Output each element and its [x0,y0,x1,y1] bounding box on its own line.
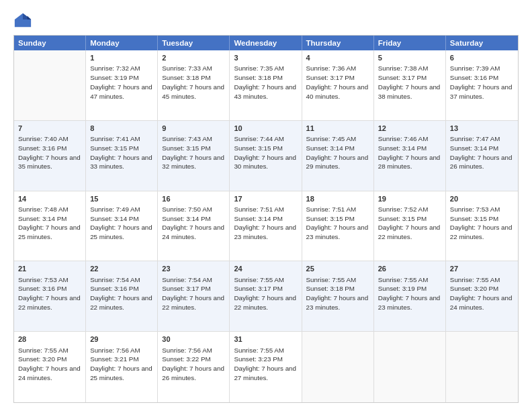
day-number: 21 [18,264,81,274]
weekday-header-friday: Friday [374,36,446,50]
weekday-header-saturday: Saturday [446,36,518,50]
sunset-text: Sunset: 3:15 PM [450,215,498,222]
calendar-cell-r2-c3: 17Sunrise: 7:51 AMSunset: 3:14 PMDayligh… [230,191,302,261]
day-number: 24 [234,264,297,274]
sunset-text: Sunset: 3:14 PM [90,215,138,222]
sunrise-text: Sunrise: 7:46 AM [378,135,429,142]
calendar-cell-r4-c4 [302,332,374,402]
sunrise-text: Sunrise: 7:54 AM [162,276,212,283]
calendar-cell-r4-c0: 28Sunrise: 7:55 AMSunset: 3:20 PMDayligh… [14,332,86,402]
daylight-text: Daylight: 7 hours and 26 minutes. [162,365,224,381]
daylight-text: Daylight: 7 hours and 37 minutes. [450,83,513,100]
sunset-text: Sunset: 3:16 PM [18,285,66,292]
sunset-text: Sunset: 3:15 PM [162,144,210,152]
sunset-text: Sunset: 3:15 PM [378,215,427,222]
sunset-text: Sunset: 3:19 PM [90,74,138,81]
sunrise-text: Sunrise: 7:51 AM [306,205,357,213]
calendar-cell-r3-c5: 26Sunrise: 7:55 AMSunset: 3:19 PMDayligh… [374,261,446,331]
sunrise-text: Sunrise: 7:38 AM [378,64,429,72]
daylight-text: Daylight: 7 hours and 30 minutes. [234,154,296,171]
sunset-text: Sunset: 3:20 PM [18,355,66,363]
calendar-cell-r4-c6 [446,332,518,402]
day-number: 8 [90,124,153,134]
daylight-text: Daylight: 7 hours and 22 minutes. [450,224,513,240]
calendar-cell-r2-c0: 14Sunrise: 7:48 AMSunset: 3:14 PMDayligh… [14,191,86,261]
calendar-header: SundayMondayTuesdayWednesdayThursdayFrid… [14,36,518,50]
sunset-text: Sunset: 3:14 PM [18,215,66,222]
calendar-row-4: 28Sunrise: 7:55 AMSunset: 3:20 PMDayligh… [14,332,518,402]
calendar-row-0: 1Sunrise: 7:32 AMSunset: 3:19 PMDaylight… [14,50,518,121]
day-number: 14 [18,194,81,204]
day-number: 7 [18,124,81,134]
calendar-cell-r2-c2: 16Sunrise: 7:50 AMSunset: 3:14 PMDayligh… [158,191,230,261]
day-number: 9 [162,124,225,134]
daylight-text: Daylight: 7 hours and 23 minutes. [378,294,441,311]
daylight-text: Daylight: 7 hours and 28 minutes. [378,154,441,171]
sunrise-text: Sunrise: 7:55 AM [234,276,284,283]
sunset-text: Sunset: 3:20 PM [450,285,498,292]
calendar-cell-r4-c2: 30Sunrise: 7:56 AMSunset: 3:22 PMDayligh… [158,332,230,402]
daylight-text: Daylight: 7 hours and 45 minutes. [162,83,224,100]
day-number: 23 [162,264,225,274]
sunset-text: Sunset: 3:15 PM [306,215,355,222]
sunrise-text: Sunrise: 7:47 AM [450,135,500,142]
day-number: 31 [234,334,297,345]
sunset-text: Sunset: 3:14 PM [450,144,498,152]
day-number: 26 [378,264,441,274]
calendar-cell-r3-c1: 22Sunrise: 7:54 AMSunset: 3:16 PMDayligh… [86,261,158,331]
sunrise-text: Sunrise: 7:36 AM [306,64,357,72]
calendar-cell-r1-c3: 10Sunrise: 7:44 AMSunset: 3:15 PMDayligh… [230,121,302,191]
sunrise-text: Sunrise: 7:45 AM [306,135,357,142]
day-number: 3 [234,53,297,63]
calendar-cell-r2-c4: 18Sunrise: 7:51 AMSunset: 3:15 PMDayligh… [302,191,374,261]
calendar-row-2: 14Sunrise: 7:48 AMSunset: 3:14 PMDayligh… [14,191,518,262]
day-number: 28 [18,334,81,345]
calendar-cell-r1-c2: 9Sunrise: 7:43 AMSunset: 3:15 PMDaylight… [158,121,230,191]
daylight-text: Daylight: 7 hours and 25 minutes. [90,365,152,381]
daylight-text: Daylight: 7 hours and 24 minutes. [450,294,513,311]
daylight-text: Daylight: 7 hours and 26 minutes. [450,154,513,171]
day-number: 2 [162,53,225,63]
day-number: 1 [90,53,153,63]
weekday-header-wednesday: Wednesday [230,36,302,50]
sunrise-text: Sunrise: 7:54 AM [90,276,140,283]
sunrise-text: Sunrise: 7:32 AM [90,64,140,72]
sunrise-text: Sunrise: 7:55 AM [450,276,500,283]
sunrise-text: Sunrise: 7:49 AM [90,205,140,213]
day-number: 16 [162,194,225,204]
weekday-header-monday: Monday [86,36,158,50]
sunrise-text: Sunrise: 7:44 AM [234,135,284,142]
calendar: SundayMondayTuesdayWednesdayThursdayFrid… [13,35,519,403]
daylight-text: Daylight: 7 hours and 33 minutes. [90,154,152,171]
day-number: 25 [306,264,369,274]
sunset-text: Sunset: 3:17 PM [234,285,282,292]
sunrise-text: Sunrise: 7:39 AM [450,64,500,72]
sunrise-text: Sunrise: 7:48 AM [18,205,69,213]
day-number: 6 [450,53,514,63]
day-number: 11 [306,124,369,134]
daylight-text: Daylight: 7 hours and 35 minutes. [18,154,81,171]
calendar-row-1: 7Sunrise: 7:40 AMSunset: 3:16 PMDaylight… [14,121,518,191]
calendar-body: 1Sunrise: 7:32 AMSunset: 3:19 PMDaylight… [14,50,518,402]
calendar-cell-r1-c1: 8Sunrise: 7:41 AMSunset: 3:15 PMDaylight… [86,121,158,191]
sunset-text: Sunset: 3:14 PM [378,144,427,152]
daylight-text: Daylight: 7 hours and 29 minutes. [306,154,369,171]
day-number: 15 [90,194,153,204]
sunset-text: Sunset: 3:16 PM [90,285,138,292]
sunset-text: Sunset: 3:16 PM [18,144,66,152]
sunset-text: Sunset: 3:18 PM [162,74,210,81]
sunrise-text: Sunrise: 7:55 AM [18,347,69,354]
sunrise-text: Sunrise: 7:55 AM [234,347,284,354]
daylight-text: Daylight: 7 hours and 23 minutes. [234,224,296,240]
daylight-text: Daylight: 7 hours and 38 minutes. [378,83,441,100]
daylight-text: Daylight: 7 hours and 25 minutes. [90,224,152,240]
calendar-cell-r0-c5: 5Sunrise: 7:38 AMSunset: 3:17 PMDaylight… [374,50,446,120]
calendar-cell-r0-c2: 2Sunrise: 7:33 AMSunset: 3:18 PMDaylight… [158,50,230,120]
weekday-header-sunday: Sunday [14,36,86,50]
calendar-cell-r3-c6: 27Sunrise: 7:55 AMSunset: 3:20 PMDayligh… [446,261,518,331]
sunset-text: Sunset: 3:17 PM [306,74,355,81]
calendar-cell-r4-c5 [374,332,446,402]
sunset-text: Sunset: 3:17 PM [162,285,210,292]
calendar-cell-r2-c1: 15Sunrise: 7:49 AMSunset: 3:14 PMDayligh… [86,191,158,261]
calendar-cell-r2-c5: 19Sunrise: 7:52 AMSunset: 3:15 PMDayligh… [374,191,446,261]
